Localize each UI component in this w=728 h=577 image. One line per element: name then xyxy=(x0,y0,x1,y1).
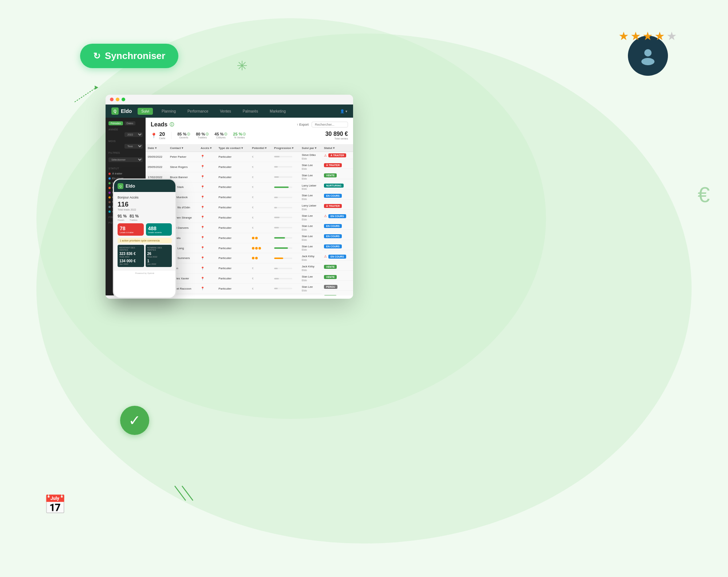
check-circle: ✓ xyxy=(120,406,149,435)
table-row[interactable]: Logan📍Particulier€Jack KirbyEldoVENTE xyxy=(146,263,353,274)
cell-type: Particulier xyxy=(216,243,250,253)
cell-potentiel xyxy=(250,243,272,253)
mobile-greeting: Bonjour Accès xyxy=(118,196,172,199)
cell-type: Particulier xyxy=(216,162,250,172)
cell-suivi: Stan LeeEldo xyxy=(300,172,322,182)
table-row[interactable]: 08/02/2022Thor, fils d'Odin📍Particulier€… xyxy=(146,203,353,213)
window-titlebar xyxy=(106,95,353,105)
cell-acces: 📍 xyxy=(198,182,216,192)
table-row[interactable]: Scott Summers📍ParticulierJack KirbyEldo⚠… xyxy=(146,253,353,263)
cell-date: 05/05/2022 xyxy=(146,162,168,172)
ventes-label: % Ventes xyxy=(234,136,245,139)
col-date: Date ▾ xyxy=(146,145,168,152)
main-content: Leads ⓘ ↑ Export 📍 20 Carte xyxy=(146,118,353,295)
cell-type: Particulier xyxy=(216,283,250,294)
cell-potentiel: € xyxy=(250,263,272,274)
cell-acces: 📍 xyxy=(198,223,216,233)
filters-select[interactable]: Sélectionner xyxy=(108,157,143,162)
annee-select[interactable]: 2022 xyxy=(124,132,143,137)
cell-suivi: Stan LeeEldo xyxy=(300,162,322,172)
cell-type: Particulier xyxy=(216,294,250,295)
status-badge: À TRAITER xyxy=(324,163,342,167)
table-row[interactable]: Scott Lang📍ParticulierStan LeeEldoEN COU… xyxy=(146,243,353,253)
logo-icon: Q xyxy=(111,107,119,115)
cell-progression xyxy=(272,223,300,233)
mobile-window: Q Eldo Bonjour Accès 116 Total leads 202… xyxy=(113,178,177,299)
mobile-nb-value1: 26 xyxy=(147,252,170,256)
mobile-total-label: Total leads 2022 xyxy=(118,208,172,211)
cell-suivi: Stan LeeEldo xyxy=(300,233,322,243)
ouverts-label: Ouverts xyxy=(179,136,188,139)
cell-potentiel xyxy=(250,253,272,263)
cell-potentiel xyxy=(250,233,272,243)
sync-button[interactable]: ↻ Synchroniser xyxy=(80,44,178,68)
header-user[interactable]: 👤 ▾ xyxy=(340,109,347,113)
sync-button-label: Synchroniser xyxy=(105,50,165,62)
total-sales: 30 890 € Total ventes xyxy=(325,131,348,140)
cell-suivi: Stan LeeEldo xyxy=(300,243,322,253)
table-row[interactable]: 04/02/2022Carol Danvers📍Particulier€Stan… xyxy=(146,223,353,233)
mois-select[interactable]: Tous xyxy=(124,144,143,149)
cell-acces: 📍 xyxy=(198,283,216,294)
clotures-pct: 45 % ⓘ xyxy=(214,132,227,136)
cell-suivi: Stan LeeEldo xyxy=(300,294,322,295)
cell-statut: ⚠EN COURS xyxy=(322,213,353,220)
table-row[interactable]: 05/05/2022Peter Parker📍Particulier€Steve… xyxy=(146,152,353,162)
cell-potentiel: € xyxy=(250,162,272,172)
status-a-traiter[interactable]: À traiter xyxy=(108,171,143,176)
table-row[interactable]: 17/02/2022Tony Stark📍Particulier€Larry L… xyxy=(146,182,353,192)
table-row[interactable]: T'Challa📍ParticulierStan LeeEldoEN COURS xyxy=(146,233,353,243)
cell-contact: Steve Rogers xyxy=(168,162,198,172)
status-badge: EN COURS xyxy=(328,255,346,259)
leads-table: Date ▾ Contact ▾ Accès ▾ Type de contact… xyxy=(146,145,353,295)
cell-suivi: Jack KirbyEldo xyxy=(300,253,322,263)
mobile-nb-ventes: NOMBRE DES VENTES 26 Total 2022 1 Jun 20… xyxy=(146,245,172,267)
status-badge: EN COURS xyxy=(324,234,342,238)
cell-type: Particulier xyxy=(216,182,250,192)
stats-row: 📍 20 Carte 85 % ⓘ Ouverts xyxy=(151,131,348,140)
table-row[interactable]: 05/05/2022Steve Rogers📍Particulier€Stan … xyxy=(146,162,353,172)
cell-potentiel: € xyxy=(250,203,272,213)
nav-tab-palmares[interactable]: Palmarès xyxy=(240,108,261,115)
export-button[interactable]: ↑ Export xyxy=(297,123,309,126)
euro-icon: € xyxy=(698,182,710,207)
maximize-dot[interactable] xyxy=(122,98,125,101)
total-sales-label: Total ventes xyxy=(325,137,348,140)
stars-row: ★ ★ ★ ★ ★ xyxy=(618,29,677,43)
mobile-action-row[interactable]: 1 action prioritaire cycle commercia xyxy=(118,238,172,243)
nav-tab-marketing[interactable]: Marketing xyxy=(267,108,289,115)
close-dot[interactable] xyxy=(110,98,114,101)
cell-statut: ⚠EN COURS xyxy=(322,253,353,260)
cell-suivi: Larry LieberEldo xyxy=(300,203,322,213)
carte-value: 20 xyxy=(159,131,165,137)
minimize-dot[interactable] xyxy=(116,98,119,101)
search-input[interactable] xyxy=(312,122,348,127)
cell-acces: 📍 xyxy=(198,152,216,162)
nav-tab-performance[interactable]: Performance xyxy=(185,108,211,115)
nav-tab-suivi[interactable]: Suivi xyxy=(138,108,153,115)
cell-statut: VENTE xyxy=(322,294,353,295)
cell-suivi: Stan LeeEldo xyxy=(300,274,322,284)
sidebar-dates-tab[interactable]: Dates xyxy=(124,121,135,125)
table-row[interactable]: 01/02/2022Stephen Strange📍Particulier€St… xyxy=(146,213,353,223)
table-row[interactable]: 17/02/2022Bruce Banner📍Particulier€Stan … xyxy=(146,172,353,182)
annee-label: ANNÉE xyxy=(108,128,143,131)
table-row[interactable]: Rocket Raccoon📍Particulier€Stan LeeEldoP… xyxy=(146,283,353,294)
table-row[interactable]: Charles Xavier📍Particulier€Stan LeeEldoV… xyxy=(146,274,353,284)
nav-tab-ventes[interactable]: Ventes xyxy=(217,108,234,115)
mobile-card1-label: Leads à traiter xyxy=(120,231,142,233)
cell-type: Particulier xyxy=(216,203,250,213)
ouverts-pct: 85 % ⓘ xyxy=(177,132,190,136)
mobile-nb-sub1: Total 2022 xyxy=(147,256,170,258)
table-row[interactable]: 17/02/2022Matt Murdock📍Particulier€Stan … xyxy=(146,192,353,203)
sidebar-periodes-tab[interactable]: Périodes xyxy=(108,121,123,125)
nav-tab-planning[interactable]: Planning xyxy=(159,108,179,115)
table-row[interactable]: Star-Lord📍Particulier€Stan LeeEldoVENTE xyxy=(146,294,353,295)
traites-pct: 80 % ⓘ xyxy=(196,132,209,136)
cell-type: Particulier xyxy=(216,233,250,243)
mobile-ouvertes-label: Ouvert. xyxy=(118,219,127,221)
leads-info-icon: ⓘ xyxy=(170,122,174,128)
mobile-pct-row: 91 % Ouvert. 81 % Traitées xyxy=(118,212,172,221)
cell-suivi: Larry LieberEldo xyxy=(300,182,322,192)
cell-potentiel: € xyxy=(250,274,272,284)
